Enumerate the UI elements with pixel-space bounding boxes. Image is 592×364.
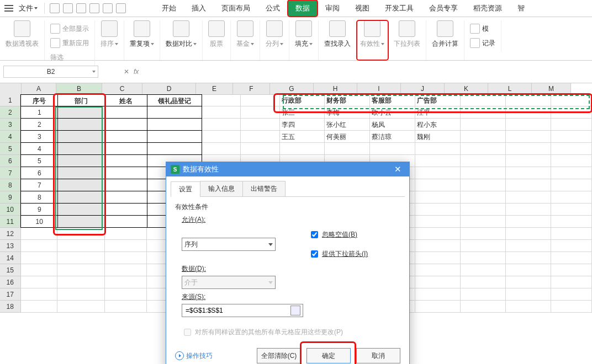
cell[interactable]	[58, 143, 105, 155]
record-button[interactable]: 记录	[470, 37, 495, 49]
cell[interactable]	[551, 216, 592, 228]
tab-member[interactable]: 会员专享	[421, 0, 466, 17]
cell[interactable]	[506, 228, 551, 240]
cell[interactable]	[551, 119, 592, 131]
cell[interactable]	[58, 179, 105, 191]
qat-icon-4[interactable]	[89, 3, 99, 13]
tab-review[interactable]: 审阅	[318, 0, 347, 17]
qat-icon-5[interactable]	[103, 3, 113, 13]
cell[interactable]	[461, 119, 506, 131]
cell[interactable]	[415, 252, 461, 264]
cell[interactable]	[551, 143, 592, 155]
cell[interactable]	[461, 216, 506, 228]
cancel-edit-icon[interactable]: ✕	[124, 68, 129, 76]
cell[interactable]: 8	[20, 191, 58, 204]
cell[interactable]	[241, 143, 279, 155]
cell[interactable]	[415, 204, 461, 216]
cell[interactable]	[506, 131, 551, 143]
ignore-blank-checkbox[interactable]: 忽略空值(B)	[309, 229, 368, 240]
dialog-tab-error[interactable]: 出错警告	[242, 181, 286, 196]
tab-data[interactable]: 数据	[288, 0, 318, 17]
cell[interactable]	[202, 119, 241, 131]
row-header[interactable]: 6	[0, 155, 20, 167]
cell[interactable]	[57, 252, 105, 264]
source-field[interactable]	[184, 306, 281, 315]
cell[interactable]	[506, 179, 551, 191]
cell[interactable]	[551, 252, 592, 264]
cell[interactable]	[415, 179, 461, 191]
cell[interactable]	[415, 288, 461, 301]
group-stock[interactable]: 股票	[203, 20, 231, 60]
cell[interactable]	[325, 143, 370, 155]
group-fund[interactable]: 基金	[231, 20, 260, 60]
clear-all-button[interactable]: 全部清除(C)	[257, 348, 301, 363]
cell[interactable]	[57, 228, 105, 240]
cell[interactable]: 2	[20, 119, 58, 131]
cell[interactable]	[506, 119, 551, 131]
cell[interactable]	[506, 288, 551, 301]
group-sort[interactable]: 排序	[95, 20, 124, 60]
cell[interactable]: 魏刚	[415, 131, 461, 143]
cell[interactable]: 财务部	[325, 94, 370, 106]
cell[interactable]	[280, 143, 325, 155]
group-lookup[interactable]: 查找录入	[319, 20, 357, 60]
fx-icon[interactable]: fx	[134, 68, 139, 76]
cell[interactable]	[551, 94, 592, 106]
cell[interactable]	[105, 131, 147, 143]
cell[interactable]	[551, 191, 592, 204]
cell[interactable]	[415, 276, 461, 288]
cell[interactable]	[506, 106, 551, 119]
cell[interactable]	[57, 264, 105, 276]
cell[interactable]	[551, 276, 592, 288]
qat-icon-2[interactable]	[63, 3, 73, 13]
cell[interactable]	[551, 228, 592, 240]
group-split[interactable]: 分列	[260, 20, 289, 60]
cell[interactable]	[551, 264, 592, 276]
cell[interactable]	[506, 167, 551, 179]
cell[interactable]: 7	[20, 179, 58, 191]
cell[interactable]: 张三	[280, 106, 325, 119]
cell[interactable]	[105, 143, 147, 155]
cell[interactable]	[21, 228, 58, 240]
col-header-K[interactable]: K	[445, 83, 488, 95]
dropdown-arrow-checkbox[interactable]: 提供下拉箭头(I)	[309, 249, 368, 259]
col-header-B[interactable]: B	[56, 83, 102, 95]
cell[interactable]	[506, 252, 551, 264]
cell[interactable]: 行政部	[280, 94, 325, 106]
cell[interactable]	[57, 288, 105, 301]
cell[interactable]	[21, 264, 58, 276]
cell[interactable]: 10	[20, 216, 58, 228]
cell[interactable]	[506, 216, 551, 228]
row-header[interactable]: 8	[0, 179, 20, 191]
col-header-J[interactable]: J	[401, 83, 445, 95]
cancel-button[interactable]: 取消	[356, 348, 400, 363]
row-header[interactable]: 7	[0, 167, 20, 179]
filter-button[interactable]: 筛选	[50, 51, 89, 63]
cell[interactable]	[551, 288, 592, 301]
cell[interactable]	[461, 191, 506, 204]
col-header-D[interactable]: D	[142, 83, 196, 95]
col-header-G[interactable]: G	[270, 83, 314, 95]
cell[interactable]	[415, 191, 461, 204]
cell[interactable]	[461, 264, 506, 276]
cell[interactable]	[105, 204, 147, 216]
row-header[interactable]: 14	[0, 252, 21, 264]
cell[interactable]: 广告部	[415, 94, 461, 106]
cell[interactable]	[21, 252, 58, 264]
cell[interactable]: 5	[20, 155, 58, 167]
cell[interactable]	[461, 288, 506, 301]
cell[interactable]	[58, 106, 105, 119]
row-header[interactable]: 17	[0, 288, 21, 301]
cell[interactable]	[415, 264, 461, 276]
cell[interactable]	[461, 131, 506, 143]
cell[interactable]	[147, 131, 202, 143]
cell[interactable]	[105, 119, 147, 131]
cell[interactable]	[551, 167, 592, 179]
tab-insert[interactable]: 插入	[184, 0, 214, 17]
cell[interactable]	[506, 204, 551, 216]
col-header-F[interactable]: F	[233, 83, 270, 95]
cell[interactable]	[506, 143, 551, 155]
cell[interactable]	[461, 179, 506, 191]
tab-formula[interactable]: 公式	[258, 0, 288, 17]
row-header[interactable]: 1	[0, 94, 20, 106]
